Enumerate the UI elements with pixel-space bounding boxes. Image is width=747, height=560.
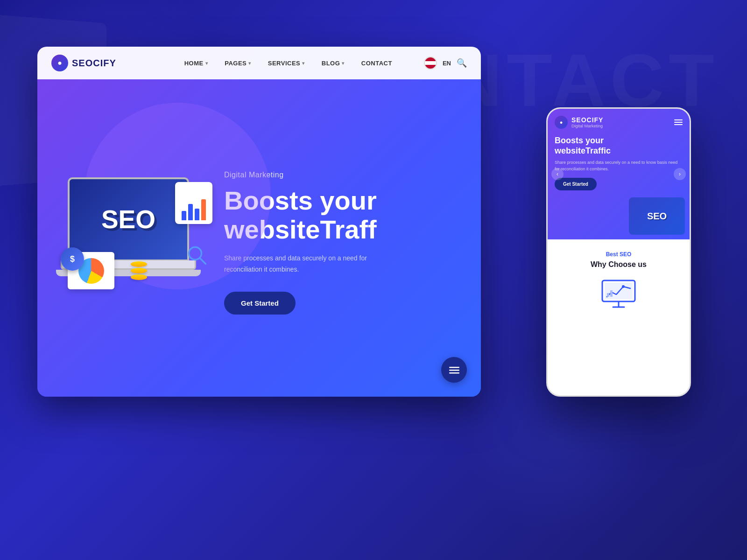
nav-link-home[interactable]: HOME ▾ bbox=[176, 60, 217, 67]
nav-arrow-blog: ▾ bbox=[342, 61, 345, 66]
bar-2 bbox=[188, 204, 193, 220]
nav-link-services[interactable]: SERVICES ▾ bbox=[260, 60, 313, 67]
bar-chart-decoration bbox=[175, 182, 212, 224]
svg-point-9 bbox=[622, 285, 625, 288]
svg-rect-3 bbox=[449, 370, 459, 371]
phone-hero-title: Boosts your websiteTraffic bbox=[555, 136, 683, 156]
flag-icon bbox=[424, 56, 437, 70]
nav-item-contact[interactable]: CONTACT bbox=[353, 60, 401, 67]
nav-arrow-home: ▾ bbox=[205, 61, 208, 66]
nav-link-pages[interactable]: PAGES ▾ bbox=[216, 60, 260, 67]
coin-stack-decoration bbox=[131, 261, 147, 280]
phone-seo-illustration: SEO bbox=[629, 197, 685, 235]
nav-item-home[interactable]: HOME ▾ bbox=[176, 60, 217, 67]
phone-mockup: ● SEOCIFY Digital Marketing Boosts your … bbox=[546, 107, 691, 397]
bar-4 bbox=[201, 199, 206, 220]
svg-rect-10 bbox=[607, 293, 609, 297]
svg-rect-4 bbox=[449, 372, 459, 374]
monitor-icon-area bbox=[557, 278, 680, 311]
s-coin-badge: $ bbox=[61, 247, 84, 271]
svg-line-1 bbox=[200, 258, 205, 264]
svg-rect-11 bbox=[610, 290, 613, 297]
phone-hamburger-button[interactable] bbox=[674, 119, 683, 125]
carousel-next-button[interactable]: › bbox=[674, 168, 686, 180]
get-started-button[interactable]: Get Started bbox=[224, 292, 296, 315]
nav-link-blog[interactable]: BLOG ▾ bbox=[313, 60, 353, 67]
phone-navbar: ● SEOCIFY Digital Marketing bbox=[548, 109, 690, 133]
coin-1 bbox=[131, 261, 147, 267]
bar-3 bbox=[195, 209, 199, 220]
phone-best-seo-label: Best SEO bbox=[557, 251, 680, 258]
nav-item-services[interactable]: SERVICES ▾ bbox=[260, 60, 313, 67]
carousel-prev-button[interactable]: ‹ bbox=[551, 168, 564, 180]
nav-right-area: EN 🔍 bbox=[424, 56, 467, 70]
desktop-navbar: ● SEOCIFY HOME ▾ PAGES ▾ SERVICES ▾ bbox=[37, 47, 481, 79]
seo-illustration: SEO bbox=[37, 79, 233, 397]
language-label[interactable]: EN bbox=[443, 60, 451, 67]
phone-why-choose-title: Why Choose us bbox=[557, 260, 680, 269]
desktop-mockup: ● SEOCIFY HOME ▾ PAGES ▾ SERVICES ▾ bbox=[37, 47, 481, 397]
phone-white-section: Best SEO Why Choose us bbox=[548, 239, 690, 322]
nav-arrow-services: ▾ bbox=[302, 61, 305, 66]
phone-hero-content: Boosts your websiteTraffic Share process… bbox=[548, 133, 690, 197]
svg-rect-2 bbox=[449, 367, 459, 368]
coin-2 bbox=[131, 268, 147, 273]
phone-hero-description: Share processes and data securely on a n… bbox=[555, 160, 683, 172]
bar-1 bbox=[182, 211, 186, 220]
phone-logo-text-group: SEOCIFY Digital Marketing bbox=[571, 116, 603, 128]
desktop-logo[interactable]: ● SEOCIFY bbox=[51, 55, 116, 71]
phone-subtitle: Digital Marketing bbox=[571, 124, 603, 128]
laptop-screen: SEO bbox=[68, 177, 189, 261]
bars-row bbox=[182, 197, 206, 220]
phone-logo-text: SEOCIFY bbox=[571, 116, 603, 124]
search-icon[interactable]: 🔍 bbox=[457, 58, 467, 68]
monitor-icon bbox=[600, 278, 637, 311]
desktop-nav-links: HOME ▾ PAGES ▾ SERVICES ▾ BLOG ▾ bbox=[176, 60, 401, 67]
nav-item-pages[interactable]: PAGES ▾ bbox=[216, 60, 260, 67]
nav-item-blog[interactable]: BLOG ▾ bbox=[313, 60, 353, 67]
seo-3d-text: SEO bbox=[101, 204, 155, 234]
phone-get-started-button[interactable]: Get Started bbox=[555, 178, 597, 190]
phone-logo-icon: ● bbox=[555, 116, 568, 129]
logo-text: SEOCIFY bbox=[72, 58, 116, 69]
nav-link-contact[interactable]: CONTACT bbox=[353, 60, 401, 67]
phone-header: ● SEOCIFY Digital Marketing Boosts your … bbox=[548, 109, 690, 239]
nav-arrow-pages: ▾ bbox=[248, 61, 251, 66]
phone-seo-text: SEO bbox=[647, 211, 667, 222]
coin-3 bbox=[131, 274, 147, 280]
hamburger-menu-button[interactable] bbox=[441, 357, 467, 383]
magnifier-decoration bbox=[187, 245, 208, 266]
laptop-container: SEO bbox=[54, 173, 217, 303]
logo-icon: ● bbox=[51, 55, 68, 71]
